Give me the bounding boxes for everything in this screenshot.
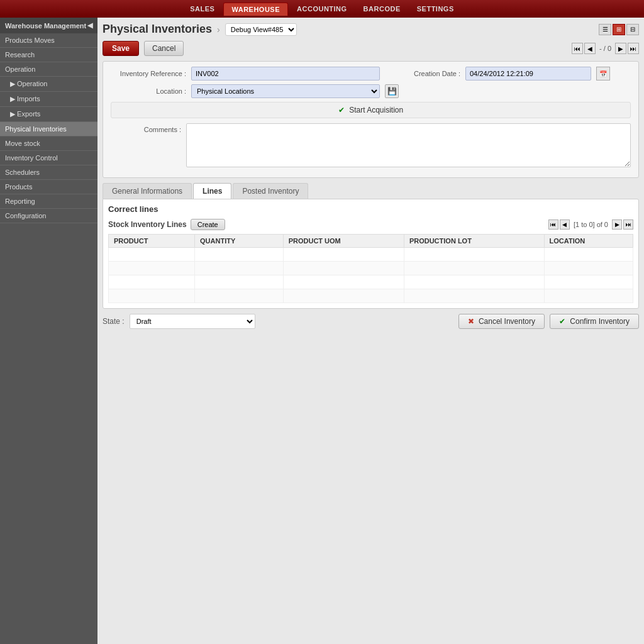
col-location: LOCATION xyxy=(544,235,633,248)
table-label: Stock Inventory Lines xyxy=(108,220,187,229)
comments-label: Comments : xyxy=(111,123,186,133)
toolbar-actions: Save Cancel xyxy=(103,41,184,56)
create-button[interactable]: Create xyxy=(191,219,225,230)
creation-date-label: Creation Date : xyxy=(385,70,460,77)
tabs: General Informations Lines Posted Invent… xyxy=(103,183,639,199)
main-layout: Warehouse Management ◀ Products Moves Re… xyxy=(0,18,644,644)
tab-posted-inventory[interactable]: Posted Inventory xyxy=(233,183,308,199)
sidebar-header: Warehouse Management ◀ xyxy=(0,18,97,33)
grid-view-btn[interactable]: ⊞ xyxy=(613,24,625,35)
comments-textarea[interactable] xyxy=(186,123,631,167)
col-production-lot: PRODUCTION LOT xyxy=(404,235,544,248)
content-area: Physical Inventories › Debug View#485 ☰ … xyxy=(97,18,644,644)
prev-page-btn[interactable]: ◀ xyxy=(584,43,596,54)
col-product: PRODUCT xyxy=(109,235,195,248)
sidebar-item-products[interactable]: Products xyxy=(0,180,97,194)
state-label: State : xyxy=(103,317,125,326)
table-section-title: Correct lines xyxy=(108,204,633,214)
table-toolbar-left: Stock Inventory Lines Create xyxy=(108,219,225,230)
acquisition-label: Start Acquisition xyxy=(349,106,403,114)
sidebar-item-operation-group[interactable]: Operation xyxy=(0,62,97,77)
confirm-icon: ✔ xyxy=(559,317,565,326)
nav-settings[interactable]: SETTINGS xyxy=(409,3,462,15)
creation-date-input[interactable] xyxy=(465,67,591,80)
col-quantity: QUANTITY xyxy=(195,235,284,248)
checkmark-icon: ✔ xyxy=(338,106,345,114)
sidebar-item-reporting[interactable]: Reporting xyxy=(0,194,97,209)
page-title-area: Physical Inventories › Debug View#485 xyxy=(103,23,297,36)
table-row xyxy=(109,289,633,303)
sidebar-item-products-moves[interactable]: Products Moves xyxy=(0,33,97,48)
next-page-btn[interactable]: ▶ xyxy=(615,43,626,54)
location-select[interactable]: Physical Locations xyxy=(191,84,380,98)
form-panel: Inventory Reference : Creation Date : 📅 … xyxy=(103,61,639,178)
table-last-btn[interactable]: ⏭ xyxy=(623,219,633,230)
nav-count: - / 0 xyxy=(597,45,614,52)
sidebar-item-exports[interactable]: ▶ Exports xyxy=(0,107,97,122)
last-page-btn[interactable]: ⏭ xyxy=(628,43,639,54)
nav-accounting[interactable]: ACCOUNTING xyxy=(289,3,355,15)
inventory-reference-row: Inventory Reference : Creation Date : 📅 xyxy=(111,67,631,80)
location-row: Location : Physical Locations 💾 xyxy=(111,84,631,98)
top-nav-bar: SALES WAREHOUSE ACCOUNTING BARCODE SETTI… xyxy=(0,0,644,18)
toolbar: Save Cancel ⏮ ◀ - / 0 ▶ ⏭ xyxy=(103,41,639,56)
confirm-inventory-button[interactable]: ✔ Confirm Inventory xyxy=(550,314,639,329)
cancel-inventory-button[interactable]: ✖ Cancel Inventory xyxy=(458,314,545,329)
comments-row: Comments : xyxy=(111,123,631,167)
debug-view-select[interactable]: Debug View#485 xyxy=(225,23,297,36)
table-first-btn[interactable]: ⏮ xyxy=(548,219,558,230)
tab-general[interactable]: General Informations xyxy=(103,183,192,199)
sidebar: Warehouse Management ◀ Products Moves Re… xyxy=(0,18,97,644)
inventory-table: PRODUCT QUANTITY PRODUCT UOM PRODUCTION … xyxy=(108,234,633,303)
page-title: Physical Inventories xyxy=(103,23,212,36)
sidebar-item-move-stock[interactable]: Move stock xyxy=(0,136,97,151)
location-save-icon[interactable]: 💾 xyxy=(385,84,399,98)
list-view-btn[interactable]: ☰ xyxy=(599,24,611,35)
table-next-btn[interactable]: ▶ xyxy=(612,219,622,230)
debug-dropdown: Debug View#485 xyxy=(225,23,297,36)
nav-sales[interactable]: SALES xyxy=(182,3,222,15)
inventory-reference-input[interactable] xyxy=(191,67,380,80)
col-product-uom: PRODUCT UOM xyxy=(283,235,404,248)
sidebar-item-imports[interactable]: ▶ Imports xyxy=(0,92,97,107)
cancel-button[interactable]: Cancel xyxy=(144,41,184,56)
breadcrumb-sep: › xyxy=(217,25,220,35)
sidebar-item-physical-inventories[interactable]: Physical Inventories xyxy=(0,122,97,136)
state-select[interactable]: Draft xyxy=(130,314,255,329)
table-row xyxy=(109,275,633,289)
cancel-icon: ✖ xyxy=(468,317,474,326)
table-nav-count: [1 to 0] of 0 xyxy=(571,221,611,228)
view-toggle: ☰ ⊞ ⊟ xyxy=(599,24,639,35)
table-nav: ⏮ ◀ [1 to 0] of 0 ▶ ⏭ xyxy=(548,219,633,230)
alt-view-btn[interactable]: ⊟ xyxy=(626,24,639,35)
table-area: Correct lines Stock Inventory Lines Crea… xyxy=(103,199,639,309)
save-button[interactable]: Save xyxy=(103,41,139,56)
location-label: Location : xyxy=(111,87,186,95)
table-row xyxy=(109,248,633,262)
inventory-reference-label: Inventory Reference : xyxy=(111,70,186,77)
table-header-row: PRODUCT QUANTITY PRODUCT UOM PRODUCTION … xyxy=(109,235,633,248)
acquisition-bar[interactable]: ✔ Start Acquisition xyxy=(111,102,631,118)
calendar-icon[interactable]: 📅 xyxy=(596,67,610,80)
tab-lines[interactable]: Lines xyxy=(193,183,231,199)
table-prev-btn[interactable]: ◀ xyxy=(560,219,570,230)
page-header: Physical Inventories › Debug View#485 ☰ … xyxy=(103,23,639,36)
first-page-btn[interactable]: ⏮ xyxy=(572,43,583,54)
nav-warehouse[interactable]: WAREHOUSE xyxy=(223,3,288,16)
form-footer: State : Draft ✖ Cancel Inventory ✔ Confi… xyxy=(103,314,639,329)
table-row xyxy=(109,262,633,275)
sidebar-item-schedulers[interactable]: Schedulers xyxy=(0,165,97,180)
sidebar-item-research[interactable]: Research xyxy=(0,48,97,62)
nav-arrows: ⏮ ◀ - / 0 ▶ ⏭ xyxy=(572,43,639,54)
nav-barcode[interactable]: BARCODE xyxy=(356,3,408,15)
sidebar-item-operation[interactable]: ▶ Operation xyxy=(0,77,97,92)
table-toolbar: Stock Inventory Lines Create ⏮ ◀ [1 to 0… xyxy=(108,219,633,230)
sidebar-item-configuration[interactable]: Configuration xyxy=(0,209,97,223)
sidebar-item-inventory-control[interactable]: Inventory Control xyxy=(0,151,97,165)
